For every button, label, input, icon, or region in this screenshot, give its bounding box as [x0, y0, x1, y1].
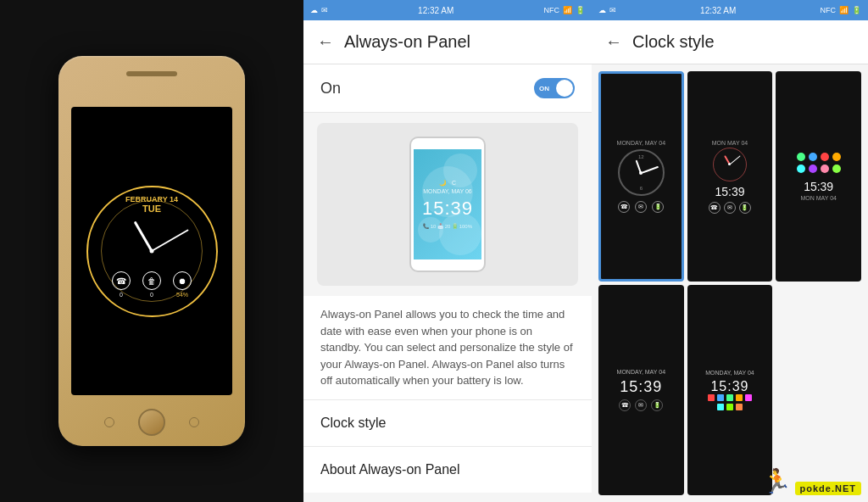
clock-icons-row: ☎ 0 🗑 0 ⏺ 54% [112, 271, 192, 298]
clock-style-4[interactable]: MONDAY, MAY 04 15:39 ☎ ✉ 🔋 [598, 285, 684, 495]
middle-back-arrow[interactable]: ← [317, 32, 334, 52]
preview-status-icons: 📞 10 📩 20 🔋 100% [423, 223, 472, 229]
clock-style-2[interactable]: MON MAY 04 15:39 ☎ ✉ 🔋 [687, 71, 773, 282]
toggle-switch[interactable]: ON [534, 78, 575, 98]
phone-speaker [126, 71, 177, 76]
clock-center-dot [150, 249, 154, 254]
middle-panel-title: Always-on Panel [344, 32, 470, 52]
clock-style-link[interactable]: Clock style [303, 399, 592, 446]
right-panel-title: Clock style [632, 32, 715, 52]
clock2-analog [713, 148, 747, 181]
clock-icon-trash: 🗑 0 [142, 271, 161, 298]
phone-nav-row [104, 409, 199, 436]
middle-status-bar: ☁ ✉ 12:32 AM NFC 📶 🔋 [303, 0, 592, 20]
watermark-logo: pokde.NET [795, 482, 861, 495]
right-panel: ☁ ✉ 12:32 AM NFC 📶 🔋 ← Clock style MONDA… [592, 0, 868, 502]
hour-hand [134, 221, 153, 252]
right-back-arrow[interactable]: ← [605, 32, 622, 52]
clock-icon-phone: ☎ 0 [112, 271, 131, 298]
clock-style-5[interactable]: MONDAY, MAY 04 15:39 [687, 285, 773, 495]
about-link[interactable]: About Always-on Panel [303, 446, 592, 493]
watermark-figure: 🏃 [762, 467, 792, 495]
phone-home-btn [138, 409, 165, 436]
clock1-face: 12 6 [618, 149, 665, 196]
preview-date: MONDAY, MAY 06 [423, 188, 471, 194]
toggle-knob [556, 80, 573, 97]
preview-time: 15:39 [422, 198, 473, 220]
preview-top-icons: 🌙 C [439, 180, 456, 187]
status-right-icons: NFC 📶 🔋 [543, 6, 585, 14]
phone-back-btn [104, 417, 114, 427]
minute-hand [152, 229, 189, 252]
left-panel: FEBRUARY 14 TUE ☎ 0 🗑 0 [0, 0, 303, 502]
phone-recent-btn [189, 417, 199, 427]
right-status-bar: ☁ ✉ 12:32 AM NFC 📶 🔋 [592, 0, 868, 20]
toggle-row: On ON [303, 64, 592, 113]
preview-screen: 🌙 C MONDAY, MAY 06 15:39 📞 10 📩 20 🔋 100… [414, 149, 481, 259]
clock-style-3[interactable]: 15:39 MON MAY 04 [776, 71, 861, 282]
middle-panel-header: ← Always-on Panel [303, 20, 592, 64]
clock-face: FEBRUARY 14 TUE ☎ 0 🗑 0 [84, 183, 220, 319]
right-status-time: 12:32 AM [700, 6, 736, 15]
middle-panel: ☁ ✉ 12:32 AM NFC 📶 🔋 ← Always-on Panel O… [303, 0, 592, 502]
right-panel-header: ← Clock style [592, 20, 868, 64]
watermark: 🏃 pokde.NET [762, 467, 861, 495]
toggle-label: On [320, 80, 341, 98]
clock-icon-battery: ⏺ 54% [173, 271, 192, 298]
preview-phone: 🌙 C MONDAY, MAY 06 15:39 📞 10 📩 20 🔋 100… [409, 137, 486, 272]
toggle-on-text: ON [539, 85, 549, 92]
middle-status-time: 12:32 AM [418, 6, 453, 15]
preview-box: 🌙 C MONDAY, MAY 06 15:39 📞 10 📩 20 🔋 100… [317, 123, 578, 286]
clock-hands [84, 183, 220, 319]
clock-style-1[interactable]: MONDAY, MAY 04 12 6 ☎ ✉ 🔋 [598, 71, 684, 282]
description-text: Always-on Panel allows you to check the … [303, 296, 592, 399]
right-panels: ☁ ✉ 12:32 AM NFC 📶 🔋 ← Always-on Panel O… [303, 0, 868, 502]
middle-panel-content: On ON 🌙 [303, 64, 592, 502]
clock-style-grid: MONDAY, MAY 04 12 6 ☎ ✉ 🔋 [592, 64, 868, 502]
phone-screen: FEBRUARY 14 TUE ☎ 0 🗑 0 [71, 107, 232, 395]
status-left-icons: ☁ ✉ [310, 6, 328, 14]
phone-device: FEBRUARY 14 TUE ☎ 0 🗑 0 [58, 56, 245, 446]
